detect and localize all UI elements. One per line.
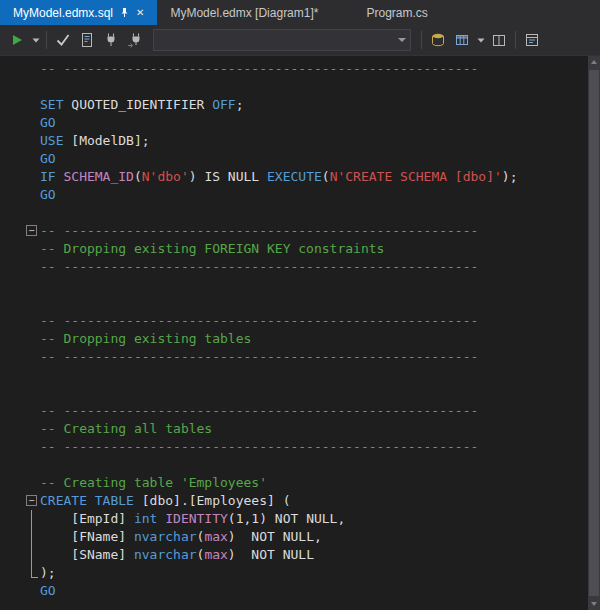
toolbar-separator: [515, 31, 516, 49]
execute-options-dropdown[interactable]: [29, 28, 42, 52]
tab-mymodel-edmx-diagram[interactable]: MyModel.edmx [Diagram1]*: [157, 0, 331, 25]
code-line[interactable]: −-- ------------------------------------…: [0, 222, 588, 240]
document-tab-bar: MyModel.edmx.sql ✕ MyModel.edmx [Diagram…: [0, 0, 600, 25]
split-pane-button[interactable]: [487, 28, 511, 52]
code-analysis-button[interactable]: [75, 28, 99, 52]
code-line[interactable]: GO: [0, 150, 588, 168]
code-line[interactable]: -- -------------------------------------…: [0, 348, 588, 366]
execute-button[interactable]: [5, 28, 29, 52]
code-text: -- Dropping existing FOREIGN KEY constra…: [40, 240, 384, 258]
scrollbar-thumb[interactable]: [589, 70, 599, 596]
code-line[interactable]: GO: [0, 114, 588, 132]
fold-margin: [0, 240, 40, 258]
vertical-scrollbar[interactable]: [588, 56, 600, 610]
toolbar-separator: [46, 31, 47, 49]
fold-margin: [0, 150, 40, 168]
tab-label: MyModel.edmx [Diagram1]*: [170, 6, 318, 20]
fold-margin: [0, 366, 40, 384]
parse-button[interactable]: [51, 28, 75, 52]
code-line[interactable]: -- Dropping existing tables: [0, 330, 588, 348]
combobox-dropdown-icon[interactable]: [394, 30, 410, 50]
code-line[interactable]: [EmpId] int IDENTITY(1,1) NOT NULL,: [0, 510, 588, 528]
query-options-button[interactable]: [520, 28, 544, 52]
fold-margin: [0, 294, 40, 312]
fold-margin: [0, 312, 40, 330]
code-text: SET QUOTED_IDENTIFIER OFF;: [40, 96, 244, 114]
code-line[interactable]: [0, 78, 588, 96]
code-text: GO: [40, 114, 56, 132]
tab-mymodel-edmx-sql[interactable]: MyModel.edmx.sql ✕: [0, 0, 157, 25]
tab-program-cs[interactable]: Program.cs: [353, 0, 440, 25]
code-line[interactable]: USE [ModelDB];: [0, 132, 588, 150]
code-line[interactable]: [0, 366, 588, 384]
close-icon[interactable]: ✕: [136, 8, 144, 18]
caret-down-icon: [31, 35, 41, 45]
code-text: -- -------------------------------------…: [40, 402, 478, 420]
code-line[interactable]: );: [0, 564, 588, 582]
code-line[interactable]: -- -------------------------------------…: [0, 60, 588, 78]
change-connection-button[interactable]: [123, 28, 147, 52]
code-line[interactable]: -- Creating table 'Employees': [0, 474, 588, 492]
code-line[interactable]: SET QUOTED_IDENTIFIER OFF;: [0, 96, 588, 114]
fold-margin: [0, 258, 40, 276]
fold-margin: [0, 546, 40, 564]
fold-margin: [0, 510, 40, 528]
results-options-dropdown[interactable]: [474, 28, 487, 52]
code-line[interactable]: -- -------------------------------------…: [0, 312, 588, 330]
code-line[interactable]: [0, 456, 588, 474]
plug-disconnect-icon: [103, 32, 119, 48]
code-line[interactable]: −CREATE TABLE [dbo].[Employees] (: [0, 492, 588, 510]
code-editor[interactable]: -- -------------------------------------…: [0, 56, 588, 610]
caret-down-icon: [476, 35, 486, 45]
code-text: GO: [40, 150, 56, 168]
tab-label: Program.cs: [366, 6, 427, 20]
code-text: [FName] nvarchar(max) NOT NULL,: [40, 528, 322, 546]
execute-icon: [9, 32, 25, 48]
fold-margin: [0, 114, 40, 132]
fold-margin: [0, 132, 40, 150]
scroll-down-icon[interactable]: [588, 598, 600, 610]
code-line[interactable]: [0, 294, 588, 312]
code-text: );: [40, 564, 56, 582]
code-line[interactable]: -- Creating all tables: [0, 420, 588, 438]
code-line[interactable]: GO: [0, 582, 588, 600]
code-line[interactable]: -- Dropping existing FOREIGN KEY constra…: [0, 240, 588, 258]
code-text: GO: [40, 582, 56, 600]
estimated-plan-button[interactable]: [426, 28, 450, 52]
fold-margin: [0, 204, 40, 222]
pin-icon[interactable]: [119, 7, 130, 18]
results-to-grid-button[interactable]: [450, 28, 474, 52]
disconnect-button[interactable]: [99, 28, 123, 52]
code-text: -- -------------------------------------…: [40, 348, 478, 366]
code-line[interactable]: [SName] nvarchar(max) NOT NULL: [0, 546, 588, 564]
fold-margin: [0, 78, 40, 96]
code-line[interactable]: [0, 276, 588, 294]
checkmark-icon: [55, 32, 71, 48]
sql-editor-toolbar: [0, 25, 600, 56]
code-line[interactable]: [FName] nvarchar(max) NOT NULL,: [0, 528, 588, 546]
database-combobox[interactable]: [153, 29, 411, 51]
code-line[interactable]: GO: [0, 186, 588, 204]
fold-collapse-icon[interactable]: −: [0, 222, 40, 240]
scroll-up-icon[interactable]: [588, 56, 600, 68]
code-text: -- Creating table 'Employees': [40, 474, 267, 492]
fold-margin: [0, 582, 40, 600]
fold-collapse-icon[interactable]: −: [0, 492, 40, 510]
code-line[interactable]: IF SCHEMA_ID(N'dbo') IS NULL EXECUTE(N'C…: [0, 168, 588, 186]
database-cylinder-icon: [430, 32, 446, 48]
code-line[interactable]: -- -------------------------------------…: [0, 402, 588, 420]
fold-margin: [0, 168, 40, 186]
code-text: CREATE TABLE [dbo].[Employees] (: [40, 492, 290, 510]
code-line[interactable]: [0, 384, 588, 402]
fold-margin: [0, 60, 40, 78]
code-line[interactable]: [0, 204, 588, 222]
code-line[interactable]: -- -------------------------------------…: [0, 258, 588, 276]
fold-margin: [0, 330, 40, 348]
code-line[interactable]: -- -------------------------------------…: [0, 438, 588, 456]
fold-margin: [0, 186, 40, 204]
code-text: -- Creating all tables: [40, 420, 212, 438]
code-text: [EmpId] int IDENTITY(1,1) NOT NULL,: [40, 510, 345, 528]
plug-connect-icon: [127, 32, 143, 48]
options-window-icon: [524, 32, 540, 48]
database-combobox-input[interactable]: [154, 30, 394, 50]
